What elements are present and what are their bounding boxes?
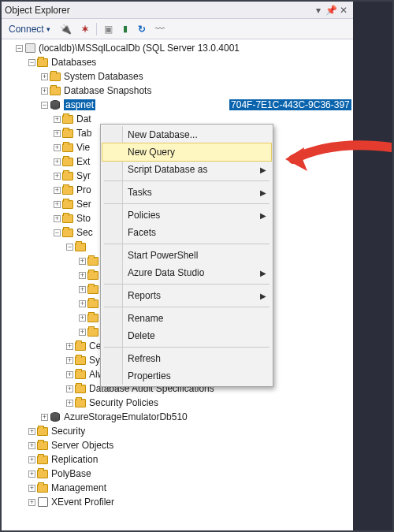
expander-icon[interactable] [28,428,35,435]
expander-icon[interactable] [16,45,23,52]
expander-icon[interactable] [54,116,61,123]
expander-icon[interactable] [79,272,86,279]
activity-button[interactable]: 〰 [151,20,169,38]
menu-item-label: Azure Data Studio [128,267,204,278]
folder-icon [74,241,87,252]
folder-icon [36,454,49,465]
submenu-arrow-icon: ▶ [260,269,266,277]
menu-item-new-query[interactable]: New Query [102,143,271,161]
expander-icon[interactable] [66,357,73,364]
menu-item-label: Facets [128,227,156,238]
expander-icon[interactable] [41,87,48,95]
newquery-button[interactable]: ✶ [77,20,93,38]
azure-db-label: AzureStorageEmulatorDb510 [64,411,188,422]
tree-top-folder[interactable]: PolyBase [5,467,353,481]
menu-item-facets[interactable]: Facets [102,224,271,241]
submenu-arrow-icon: ▶ [260,166,266,174]
tree-database-snapshots[interactable]: Database Snapshots [5,84,353,98]
expander-icon[interactable] [54,187,61,194]
db-child-label: Ser [76,199,91,210]
stop-icon: ▮ [123,24,128,34]
panel-dropdown-button[interactable]: ▾ [312,5,325,16]
expander-icon[interactable] [28,499,35,506]
menu-item-new-database[interactable]: New Database... [102,126,271,143]
disconnect-button[interactable]: 🔌 [56,20,76,38]
folder-icon [87,298,99,309]
expander-icon[interactable] [54,144,61,151]
panel-close-button[interactable]: ✕ [337,5,350,16]
folder-icon [36,468,49,479]
tree-azure-db[interactable]: AzureStorageEmulatorDb510 [5,410,353,424]
expander-icon[interactable] [54,215,61,222]
tree-top-folder[interactable]: Management [5,481,353,495]
menu-item-policies[interactable]: Policies▶ [102,206,271,224]
toolbar-separator [96,23,97,35]
menu-item-reports[interactable]: Reports▶ [102,287,271,304]
databases-label: Databases [51,57,96,68]
top-folder-label: Management [51,482,106,493]
panel-pin-button[interactable]: 📌 [325,5,337,16]
expander-icon[interactable] [66,385,73,392]
tree-top-folder[interactable]: Server Objects [5,438,353,452]
expander-icon[interactable] [28,471,35,478]
expander-icon[interactable] [79,286,86,293]
expander-icon[interactable] [66,244,73,251]
tree-security-item[interactable]: Security Policies [5,396,353,410]
db-child-label: Dat [76,113,91,125]
menu-item-rename[interactable]: Rename [102,310,271,327]
menu-item-start-powershell[interactable]: Start PowerShell [102,247,271,264]
expander-icon[interactable] [66,400,73,407]
menu-item-tasks[interactable]: Tasks▶ [102,184,271,201]
expander-icon[interactable] [79,329,86,336]
folder-icon [74,340,87,352]
db-child-label: Sto [76,213,91,224]
xe-icon [36,497,49,508]
expander-icon[interactable] [66,343,73,350]
folder-icon [36,440,49,451]
tree-system-databases[interactable]: System Databases [5,69,353,84]
menu-item-script-database-as[interactable]: Script Database as▶ [102,161,271,178]
folder-icon [49,71,61,82]
menu-item-label: Start PowerShell [128,250,198,261]
database-context-menu[interactable]: New Database...New QueryScript Database … [100,124,273,387]
expander-icon[interactable] [28,442,35,449]
expander-icon[interactable] [28,485,35,492]
tree-server-node[interactable]: (localdb)\MSSqlLocalDb (SQL Server 13.0.… [5,41,353,55]
menu-item-label: New Query [128,147,175,158]
db-security-label: Sec [76,227,93,238]
menu-item-properties[interactable]: Properties [102,367,271,385]
expander-icon[interactable] [41,414,48,421]
expander-icon[interactable] [28,456,35,463]
top-folder-label: Security [51,426,85,437]
expander-icon[interactable] [41,102,48,109]
tree-selected-database[interactable]: aspnet 704F-7E1C-443C-9C36-397 [5,98,353,112]
expander-icon[interactable] [54,130,61,137]
menu-item-azure-data-studio[interactable]: Azure Data Studio▶ [102,264,271,281]
folder-icon [74,397,87,408]
tree-top-folder[interactable]: Security [5,424,353,438]
expander-icon[interactable] [28,59,35,66]
expander-icon[interactable] [41,73,48,80]
expander-icon[interactable] [79,314,86,322]
connect-dropdown-button[interactable]: Connect ▾ [5,20,54,38]
tree-databases-node[interactable]: Databases [5,55,353,69]
tree-top-folder[interactable]: Replication [5,452,353,467]
expander-icon[interactable] [54,158,61,166]
expander-icon[interactable] [54,173,61,180]
stop-button[interactable]: ▮ [118,20,132,38]
filter-icon: ▣ [104,24,113,35]
expander-icon[interactable] [66,371,73,378]
filter-button[interactable]: ▣ [100,20,117,38]
top-folder-label: PolyBase [51,468,91,479]
menu-item-delete[interactable]: Delete [102,327,271,344]
expander-icon[interactable] [54,201,61,208]
panel-title: Object Explorer [5,5,312,16]
menu-item-label: Script Database as [128,164,207,175]
menu-item-refresh[interactable]: Refresh [102,350,271,367]
tree-xevent-profiler[interactable]: XEvent Profiler [5,495,353,509]
expander-icon[interactable] [54,229,61,236]
folder-icon [87,255,99,266]
expander-icon[interactable] [79,258,86,265]
refresh-button[interactable]: ↻ [134,20,150,38]
expander-icon[interactable] [79,300,86,307]
